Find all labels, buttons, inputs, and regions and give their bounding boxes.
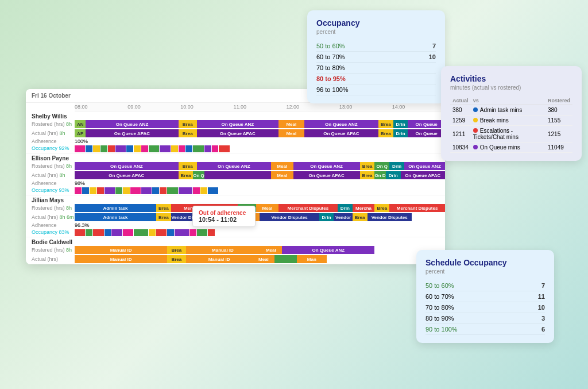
seg-onqueue-anz-2: On Queue ANZ [197, 120, 278, 128]
ellison-seg-9: On Queue ANZ [404, 162, 445, 170]
jillian-seg-5: Meal [256, 204, 278, 212]
seg-meal-apac: Meal [278, 129, 304, 137]
timeline-jillian-apac: Admin task Brea Vendor Disputes Ven Meet… [75, 213, 445, 221]
sched-occ-label-2: 60 to 70% [425, 293, 454, 300]
seg-meal: Meal [278, 120, 304, 128]
bodie-seg-3: Manual ID [186, 246, 260, 254]
ellison-seg-4: Meal [271, 162, 293, 170]
sched-occ-val-5: 6 [541, 326, 545, 333]
ellison-act-label: Actual (hrs) 8h [26, 172, 75, 178]
seg-onqueue-anz-4: On Queue [408, 120, 445, 128]
occupancy-row-shelby: Occupancy 92% [26, 145, 445, 153]
sched-occ-label-4: 80 to 90% [425, 315, 454, 322]
sched-occ-subtitle: percent [425, 268, 545, 275]
row-label-rostered: Rostered (hrs) 8h [26, 121, 75, 127]
agent-name-bodie: Bodie Caldwell [26, 237, 445, 245]
bodie-apac-5 [274, 255, 297, 263]
bodie-apac-1: Manual ID [75, 255, 167, 263]
ellison-apac-9: Drin [386, 171, 401, 179]
occ-label-jillian: Occupancy 83% [26, 229, 75, 236]
jillian-seg-2: Brea [156, 204, 171, 212]
seg-break-2: Brea [378, 120, 393, 128]
ellison-seg-1: On Queue ANZ [75, 162, 179, 170]
occ-label-5: 96 to 100% [316, 86, 349, 93]
timeline-shelby-actual-apac: AP On Queue APAC Brea On Queue APAC Meal… [75, 129, 445, 137]
small-timeline-ellison [75, 187, 445, 194]
occ-label-2: 60 to 70% [316, 53, 345, 60]
occ-val-2: 10 [429, 53, 436, 60]
ellison-seg-5: On Queue ANZ [293, 162, 360, 170]
act-label-4: On Queue mins [471, 142, 546, 153]
ellison-seg-8: Drin [389, 162, 404, 170]
occ-label-4: 80 to 95% [316, 75, 346, 82]
adherence-row-ellison: Adherence 98% [26, 180, 445, 187]
ellison-apac-7: Brea [360, 171, 375, 179]
jillian-ros-label: Rostered (hrs) 8h [26, 205, 75, 211]
occupancy-subtitle: percent [316, 29, 436, 35]
ellison-apac-1: On Queue APAC [75, 171, 179, 179]
activities-table: Actual vs Rostered 380 Admin task mins 3… [450, 97, 572, 153]
activities-subtitle: minutes (actual vs rostered) [450, 84, 572, 91]
act-header-vs: vs [471, 97, 546, 105]
act-header-actual: Actual [450, 97, 471, 105]
agent-section-bodie: Bodie Caldwell Rostered (hrs) 8h Manual … [26, 237, 445, 264]
agent-row-ellison-actual: Actual (hrs) 8h On Queue APAC Brea On Q … [26, 171, 445, 180]
seg-drink: Drin [393, 120, 408, 128]
occupancy-row-ellison: Occupancy 93% [26, 187, 445, 195]
sched-occ-val-4: 3 [541, 315, 545, 322]
schedule-occupancy-card: Schedule Occupancy percent 50 to 60% 7 6… [416, 250, 554, 343]
jillian-apac-9: Vendor [334, 213, 352, 221]
bodie-ros-label: Rostered (hrs) 8h [26, 247, 75, 253]
sched-occ-label-1: 50 to 60% [425, 282, 454, 289]
sched-occ-title: Schedule Occupancy [425, 258, 545, 267]
ellison-apac-10: On Queue APAC [401, 171, 445, 179]
jillian-seg-1: Admin task [75, 204, 156, 212]
row-label-actual: Actual (hrs) 8h [26, 130, 75, 136]
small-timeline-shelby [75, 145, 445, 152]
act-actual-3: 1211 [450, 126, 471, 142]
act-row-1: 380 Admin task mins 380 [450, 105, 572, 115]
act-header-rostered: Rostered [546, 97, 572, 105]
ellison-ros-label: Rostered (hrs) 8h [26, 163, 75, 169]
seg-onqueue-apac-1: On Queue APAC [86, 129, 178, 137]
jillian-seg-7: Drin [338, 204, 353, 212]
sched-occ-val-3: 10 [538, 304, 545, 311]
agent-row-shelby-actual: Actual (hrs) 8h AP On Queue APAC Brea On… [26, 129, 445, 138]
time-header: 08:00 09:00 10:00 11:00 12:00 13:00 14:0… [75, 103, 445, 111]
sched-occ-row-3: 70 to 80% 10 [425, 302, 545, 313]
act-label-1: Admin task mins [471, 105, 546, 115]
act-rostered-3: 1215 [546, 126, 572, 142]
agent-name-shelby: Shelby Willis [26, 111, 445, 120]
jillian-apac-1: Admin task [75, 213, 156, 221]
seg-onqueue-anz-3: On Queue ANZ [304, 120, 378, 128]
ellison-apac-6: On Queue APAC [293, 171, 360, 179]
occ-label-ellison: Occupancy 93% [26, 187, 75, 194]
agent-name-ellison: Ellison Payne [26, 153, 445, 161]
ellison-apac-2: Brea [179, 171, 194, 179]
main-container: Fri 16 October 08:00 09:00 10:00 11:00 1… [0, 0, 588, 389]
act-actual-4: 10834 [450, 142, 471, 153]
seg-break-apac-2: Brea [378, 129, 393, 137]
occ-val-1: 7 [432, 43, 436, 49]
act-label-2: Break mins [471, 115, 546, 126]
time-12: 12:00 [287, 104, 339, 110]
act-rostered-2: 1155 [546, 115, 572, 126]
ellison-seg-3: On Queue ANZ [197, 162, 271, 170]
occ-row-3: 70 to 80% [316, 63, 436, 74]
activities-title: Activities [450, 74, 572, 83]
jillian-seg-10: Merchant Disputes [389, 204, 445, 212]
act-actual-1: 380 [450, 105, 471, 115]
seg-break-1: Brea [179, 120, 197, 128]
agent-row-bodie-actual: Actual (hrs) Manual ID Brea Manual ID Me… [26, 255, 445, 264]
jillian-apac-8: Drin [319, 213, 334, 221]
occupancy-table: 50 to 60% 7 60 to 70% 10 70 to 80% 80 to… [316, 41, 436, 95]
agent-row-ellison-rostered: Rostered (hrs) 8h On Queue ANZ Brea On Q… [26, 161, 445, 171]
bodie-apac-4: Meal [253, 255, 275, 263]
bodie-seg-1: Manual ID [75, 246, 167, 254]
ellison-apac-8: On D [374, 171, 385, 179]
seg-drink-apac: Drin [393, 129, 408, 137]
act-row-3: 1211 Escalations - Tickets/Chat mins 121… [450, 126, 572, 142]
ellison-seg-7: On Q [374, 162, 389, 170]
ellison-apac-3: On Q [193, 171, 204, 179]
tooltip-time: 10:54 - 11:02 [199, 216, 249, 223]
